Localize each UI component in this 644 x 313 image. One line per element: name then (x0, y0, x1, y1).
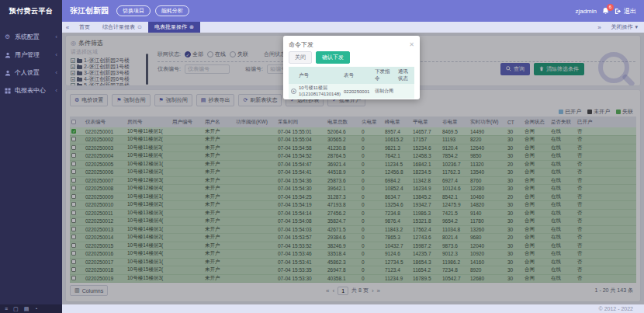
dialog-close-button[interactable]: 关闭 (289, 51, 312, 64)
dialog-column-header: 通讯状态 (396, 67, 414, 84)
tab-close-icon[interactable]: ⊙ (137, 24, 142, 30)
logout-icon (615, 8, 621, 15)
account-cell: 10号楼11楼层 1(12108174130148) (296, 84, 341, 99)
logout-button[interactable]: 退出 (615, 7, 636, 16)
grid-icon (5, 88, 12, 94)
dialog-column-header: 下发指令 (372, 67, 396, 84)
tab-0[interactable]: 首页 (73, 22, 96, 33)
energy-analysis-button[interactable]: 能耗分析 (155, 5, 189, 16)
command-table: 户号表号下发指令通讯状态 + 10号楼11楼层 1(12108174130148… (289, 67, 414, 99)
brand-logo: 预付费云平台 (0, 0, 62, 22)
dialog-column-header: 户号 (296, 67, 341, 84)
command-row: + 10号楼11楼层 1(12108174130148) 0220250001 … (289, 84, 414, 99)
close-operations-dropdown[interactable]: 关闭操作 ▾ (604, 22, 644, 33)
project-title: 张江创新园 (70, 5, 109, 16)
sidebar-item-1[interactable]: 用户管理 ‹ (0, 46, 62, 64)
tab-bar: « 首页 综合计量报表 ⊙ 电表批量操作 ⊗ » 关闭操作 ▾ (62, 22, 644, 33)
sidebar-item-0[interactable]: ⚙ 系统配置 ‹ (0, 28, 62, 46)
notification-badge: 6 (607, 4, 614, 11)
close-icon[interactable]: ✕ (409, 41, 414, 48)
chevron-left-icon: ‹ (55, 33, 57, 40)
command-cell: 强制合闸 (372, 84, 396, 99)
sidebar-item-label: 系统配置 (15, 33, 40, 41)
sidebar-menu: ⚙ 系统配置 ‹ 用户管理 ‹ 个人设置 ‹ 电报表中心 ‹ (0, 28, 62, 99)
tab-2[interactable]: 电表批量操作 ⊗ (148, 22, 200, 33)
main-column: 张江创新园 切换项目 能耗分析 zjadmin 6 退出 « 首页 综合计量报表 (62, 0, 644, 313)
sidebar: 预付费云平台 ⚙ 系统配置 ‹ 用户管理 ‹ 个人设置 ‹ 电报表中心 ‹ ≡ … (0, 0, 62, 313)
dialog-column-header: 表号 (341, 67, 372, 84)
switch-project-button[interactable]: 切换项目 (116, 5, 151, 16)
gear-icon: ⚙ (5, 33, 12, 40)
notifications-button[interactable]: 6 (602, 7, 609, 15)
chevron-left-icon: ‹ (55, 87, 57, 94)
copyright: © 2012 - 2022 (599, 306, 633, 311)
dialog-title: 命令下发 (289, 40, 313, 49)
chevron-left-icon: ‹ (55, 69, 57, 76)
content-area: ◎ 条件筛选 请选择区域 + 1-张江创新园2号楼 + 2-张江创新园1号楼 +… (62, 33, 644, 304)
expand-row-icon[interactable]: + (291, 89, 296, 94)
chevron-down-icon: ▾ (635, 24, 638, 30)
tabs-scroll-left-icon[interactable]: « (62, 22, 73, 33)
top-header: 张江创新园 切换项目 能耗分析 zjadmin 6 退出 (62, 0, 644, 22)
tabs-scroll-right-icon[interactable]: » (594, 22, 604, 33)
monitor-icon[interactable]: ▢ (13, 306, 19, 312)
sidebar-item-label: 用户管理 (15, 50, 40, 59)
status-cell (396, 84, 414, 99)
sidebar-item-2[interactable]: 个人设置 ‹ (0, 64, 62, 82)
clock-icon[interactable]: ◔ (34, 306, 37, 311)
menu-icon[interactable]: ≡ (5, 306, 8, 311)
tab-1[interactable]: 综合计量报表 ⊙ (96, 22, 148, 33)
tabs: 首页 综合计量报表 ⊙ 电表批量操作 ⊗ (73, 22, 200, 33)
sidebar-item-label: 电报表中心 (15, 86, 46, 95)
username: zjadmin (575, 8, 597, 15)
users-icon (5, 52, 12, 58)
taskbar: ≡ ▢ ▤ ◔ (0, 304, 62, 313)
dialog-confirm-button[interactable]: 确认下发 (316, 51, 350, 64)
screen: 预付费云平台 ⚙ 系统配置 ‹ 用户管理 ‹ 个人设置 ‹ 电报表中心 ‹ ≡ … (0, 0, 644, 313)
meter-cell: 0220250001 (341, 84, 372, 99)
sidebar-item-label: 个人设置 (15, 68, 40, 77)
command-dialog: 命令下发 ✕ 关闭 确认下发 户号表号下发指令通讯状态 + 10号楼11楼层 (283, 36, 420, 99)
profile-icon (5, 70, 12, 76)
report-icon[interactable]: ▤ (24, 306, 29, 312)
chevron-left-icon: ‹ (55, 51, 57, 58)
tab-close-icon[interactable]: ⊗ (189, 24, 194, 30)
sidebar-item-3[interactable]: 电报表中心 ‹ (0, 82, 62, 99)
page-footer: © 2012 - 2022 (62, 304, 644, 313)
